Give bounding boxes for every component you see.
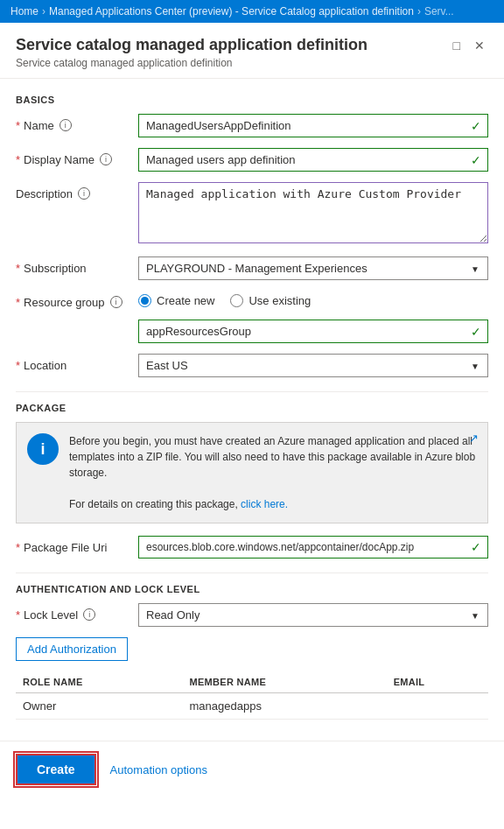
display-name-label: * Display Name i	[16, 148, 138, 166]
description-info-icon[interactable]: i	[78, 187, 90, 200]
col-email: EMAIL	[387, 671, 488, 693]
authorization-table: ROLE NAME MEMBER NAME EMAIL Owner manage…	[16, 671, 488, 720]
breadcrumb: Home › Managed Applications Center (prev…	[0, 0, 504, 23]
display-name-label-text: Display Name	[24, 153, 94, 166]
lock-level-info-icon[interactable]: i	[83, 608, 95, 621]
add-authorization-button[interactable]: Add Authorization	[16, 637, 128, 661]
resource-group-create-option[interactable]: Create new	[138, 294, 214, 307]
name-label: * Name i	[16, 114, 138, 132]
col-role-name: ROLE NAME	[16, 671, 183, 693]
resource-group-field: Create new Use existing	[138, 291, 488, 307]
description-field: Managed application with Azure Custom Pr…	[138, 182, 488, 246]
location-field: East US ▼	[138, 354, 488, 377]
description-row: Description i Managed application with A…	[16, 182, 488, 246]
package-info-box: i Before you begin, you must have create…	[16, 422, 488, 523]
subscription-select-wrapper: PLAYGROUND - Management Experiences ▼	[138, 256, 488, 280]
auth-row-0-email	[387, 693, 488, 720]
lock-level-label: * Lock Level i	[16, 603, 138, 622]
info-box-text-2-prefix: For details on creating this package,	[69, 498, 241, 510]
name-info-icon[interactable]: i	[60, 119, 72, 131]
main-content: BASICS * Name i ✓ * Display Name i ✓	[0, 79, 504, 732]
info-box-icon: i	[27, 433, 59, 465]
auth-table-header-row: ROLE NAME MEMBER NAME EMAIL	[16, 671, 488, 693]
col-member-name: MEMBER NAME	[183, 671, 387, 693]
name-checkmark: ✓	[471, 119, 481, 133]
display-name-row: * Display Name i ✓	[16, 148, 488, 172]
location-required: *	[16, 359, 20, 372]
resource-group-create-radio[interactable]	[138, 294, 151, 307]
page-subtitle: Service catalog managed application defi…	[16, 57, 368, 69]
name-input[interactable]	[138, 114, 488, 137]
resource-group-label: * Resource group i	[16, 291, 138, 309]
resource-group-label-text: Resource group	[24, 296, 105, 309]
location-select[interactable]: East US	[138, 354, 488, 377]
subscription-row: * Subscription PLAYGROUND - Management E…	[16, 256, 488, 280]
display-name-input[interactable]	[138, 148, 488, 172]
info-box-text-1: Before you begin, you must have created …	[69, 435, 475, 479]
name-input-wrapper: ✓	[138, 114, 488, 137]
info-box-link[interactable]: click here.	[241, 498, 288, 510]
page-header: Service catalog managed application defi…	[0, 23, 504, 79]
info-box-text: Before you begin, you must have created …	[69, 433, 477, 512]
package-uri-input-wrapper: ✓	[138, 536, 488, 559]
description-label: Description i	[16, 182, 138, 200]
package-uri-input[interactable]	[138, 536, 488, 559]
maximize-button[interactable]: □	[450, 37, 464, 54]
close-button[interactable]: ✕	[471, 37, 488, 54]
lock-level-row: * Lock Level i Read Only ▼	[16, 603, 488, 627]
resource-group-input[interactable]	[138, 320, 488, 343]
auth-divider	[16, 573, 488, 573]
auth-row-0-member: managedapps	[183, 693, 387, 720]
package-uri-label-text: Package File Uri	[24, 541, 107, 554]
display-name-required: *	[16, 153, 20, 166]
location-label-text: Location	[24, 359, 66, 372]
package-uri-field: ✓	[138, 536, 488, 559]
auth-row-0-role: Owner	[16, 693, 183, 720]
location-select-wrapper: East US ▼	[138, 354, 488, 377]
resource-group-create-label: Create new	[157, 294, 214, 307]
header-actions: □ ✕	[450, 37, 488, 54]
lock-level-label-text: Lock Level	[24, 608, 78, 622]
package-divider	[16, 391, 488, 392]
lock-level-select-wrapper: Read Only ▼	[138, 603, 488, 627]
package-uri-label: * Package File Uri	[16, 536, 138, 554]
automation-options-link[interactable]: Automation options	[110, 763, 207, 776]
resource-group-value-row: ✓	[138, 320, 488, 343]
create-button[interactable]: Create	[16, 754, 96, 785]
breadcrumb-sep-2: ›	[417, 5, 421, 18]
location-label: * Location	[16, 354, 138, 372]
external-link-icon[interactable]: ↗	[469, 432, 479, 445]
name-row: * Name i ✓	[16, 114, 488, 137]
page-title: Service catalog managed application defi…	[16, 35, 368, 55]
lock-level-required: *	[16, 608, 20, 622]
subscription-label-text: Subscription	[24, 262, 87, 275]
display-name-info-icon[interactable]: i	[100, 153, 112, 165]
resource-group-radio-group: Create new Use existing	[138, 291, 488, 307]
subscription-select[interactable]: PLAYGROUND - Management Experiences	[138, 256, 488, 280]
display-name-checkmark: ✓	[471, 153, 481, 167]
basics-section-label: BASICS	[16, 95, 488, 105]
subscription-label: * Subscription	[16, 256, 138, 275]
name-required: *	[16, 119, 20, 132]
breadcrumb-current: Serv...	[424, 5, 454, 18]
breadcrumb-managed-apps[interactable]: Managed Applications Center (preview) - …	[49, 5, 414, 18]
package-uri-row: * Package File Uri ✓	[16, 536, 488, 559]
subscription-required: *	[16, 262, 20, 275]
package-uri-checkmark: ✓	[471, 540, 481, 554]
resource-group-required: *	[16, 296, 20, 309]
display-name-field: ✓	[138, 148, 488, 172]
name-field: ✓	[138, 114, 488, 137]
auth-table-row-0: Owner managedapps	[16, 693, 488, 720]
breadcrumb-home[interactable]: Home	[10, 5, 38, 18]
auth-table-body: Owner managedapps	[16, 693, 488, 720]
resource-group-existing-radio[interactable]	[230, 294, 243, 307]
lock-level-select[interactable]: Read Only	[138, 603, 488, 627]
resource-group-info-icon[interactable]: i	[110, 296, 122, 308]
resource-group-input-wrapper: ✓	[138, 320, 488, 343]
breadcrumb-sep-1: ›	[42, 5, 46, 18]
location-row: * Location East US ▼	[16, 354, 488, 377]
resource-group-existing-label: Use existing	[248, 294, 311, 307]
resource-group-existing-option[interactable]: Use existing	[230, 294, 311, 307]
description-input[interactable]: Managed application with Azure Custom Pr…	[138, 182, 488, 243]
auth-table-header: ROLE NAME MEMBER NAME EMAIL	[16, 671, 488, 693]
